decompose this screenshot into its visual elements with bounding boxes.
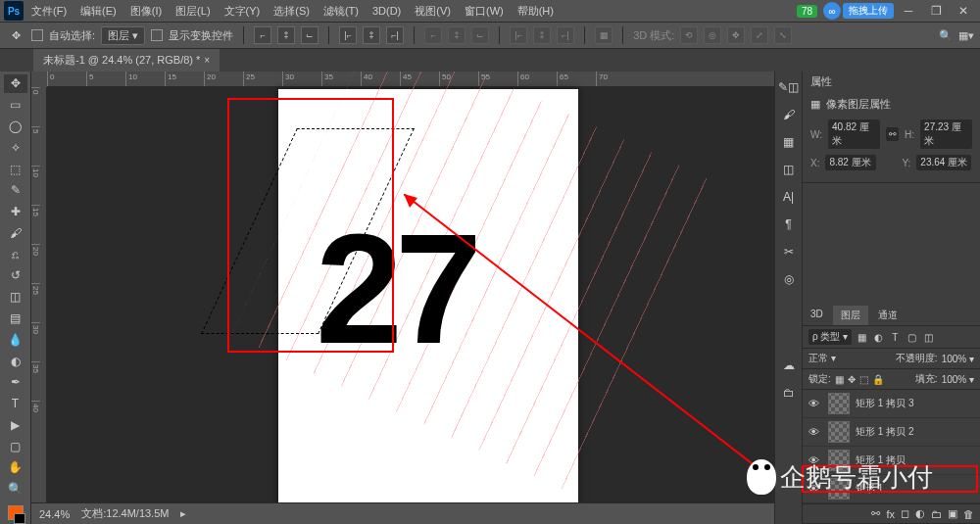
brushes-panel-icon[interactable]: 🖌 (779, 105, 799, 124)
menu-filter[interactable]: 滤镜(T) (318, 2, 365, 21)
dodge-tool[interactable]: ◐ (4, 352, 27, 370)
clone-stamp-tool[interactable]: ⎌ (4, 245, 27, 263)
share-icon[interactable]: ∞ (823, 2, 841, 20)
visibility-toggle-icon[interactable]: 👁 (808, 454, 822, 466)
notification-badge[interactable]: 78 (797, 5, 817, 18)
align-hcenter-button[interactable]: ‡ (363, 26, 380, 44)
lock-all-icon[interactable]: 🔒 (872, 374, 884, 385)
link-wh-icon[interactable]: ⚯ (886, 127, 899, 141)
zoom-tool[interactable]: 🔍 (4, 480, 27, 499)
menu-help[interactable]: 帮助(H) (512, 2, 560, 21)
zoom-level[interactable]: 24.4% (39, 508, 70, 520)
fill-value[interactable]: 100% ▾ (942, 374, 974, 385)
lock-pixels-icon[interactable]: ▦ (835, 374, 844, 385)
doc-info-arrow-icon[interactable]: ▸ (180, 507, 186, 520)
link-layers-icon[interactable]: ⚯ (871, 507, 880, 520)
move-tool[interactable]: ✥ (4, 74, 27, 93)
menu-text[interactable]: 文字(Y) (219, 2, 267, 21)
new-layer-icon[interactable]: ▣ (948, 507, 957, 520)
menu-window[interactable]: 窗口(W) (459, 2, 510, 21)
properties-tab[interactable]: 属性 (803, 71, 980, 91)
blur-tool[interactable]: 💧 (4, 330, 27, 349)
visibility-toggle-icon[interactable]: 👁 (808, 426, 822, 438)
align-vcenter-button[interactable]: ‡ (277, 26, 295, 44)
layer-thumbnail[interactable] (828, 393, 850, 414)
align-bottom-button[interactable]: ⌙ (301, 26, 318, 44)
rect-marquee-tool[interactable]: ▭ (4, 96, 27, 115)
cc-libraries-icon[interactable]: ☁ (779, 356, 799, 375)
align-left-button[interactable]: |⌐ (339, 26, 357, 44)
group-icon[interactable]: 🗀 (931, 508, 942, 520)
background-color[interactable] (14, 513, 25, 524)
tools-preset-icon[interactable]: ✂ (779, 242, 799, 262)
filter-smart-icon[interactable]: ◫ (921, 330, 935, 344)
layer-mask-icon[interactable]: ◻ (901, 507, 909, 520)
adjustment-layer-icon[interactable]: ◐ (915, 507, 925, 520)
libraries-icon[interactable]: 🗀 (779, 383, 799, 403)
minimize-button[interactable]: ─ (896, 0, 921, 22)
workspace-icon[interactable]: ▦▾ (958, 29, 974, 42)
layer-row[interactable]: 👁 矩形 1 拷贝 3 (803, 390, 980, 418)
styles-panel-icon[interactable]: ◫ (779, 160, 799, 179)
close-button[interactable]: ✕ (951, 0, 976, 22)
prop-w-value[interactable]: 40.82 厘米 (828, 119, 880, 149)
layer-thumbnail[interactable] (828, 478, 850, 500)
menu-image[interactable]: 图像(I) (124, 2, 168, 21)
brush-tool[interactable]: 🖌 (4, 223, 27, 242)
layer-thumbnail[interactable] (828, 421, 850, 443)
tab-channels[interactable]: 通道 (870, 306, 906, 325)
gradient-tool[interactable]: ▤ (4, 310, 27, 328)
align-top-button[interactable]: ⌐ (254, 26, 271, 44)
navigator-panel-icon[interactable]: ◎ (779, 269, 799, 289)
opacity-value[interactable]: 100% ▾ (942, 354, 974, 364)
filter-shape-icon[interactable]: ▢ (905, 330, 918, 344)
auto-select-checkbox[interactable] (31, 29, 43, 41)
tab-layers[interactable]: 图层 (833, 306, 868, 325)
filter-adjust-icon[interactable]: ◐ (871, 330, 885, 344)
path-select-tool[interactable]: ▶ (4, 416, 27, 435)
type-tool[interactable]: T (4, 395, 27, 413)
lock-position-icon[interactable]: ✥ (848, 374, 856, 385)
lock-artboard-icon[interactable]: ⬚ (859, 374, 868, 385)
filter-text-icon[interactable]: T (888, 330, 902, 344)
auto-select-dropdown[interactable]: 图层 ▾ (101, 26, 145, 45)
paragraph-panel-icon[interactable]: ¶ (779, 214, 799, 234)
filter-pixel-icon[interactable]: ▦ (855, 330, 868, 344)
filter-type-dropdown[interactable]: ρ 类型 ▾ (808, 329, 852, 345)
menu-view[interactable]: 视图(V) (409, 2, 457, 21)
layer-thumbnail[interactable] (828, 450, 850, 471)
history-panel-icon[interactable]: ✎◫ (779, 77, 799, 97)
layer-style-icon[interactable]: fx (886, 508, 895, 520)
ruler-horizontal[interactable]: 0510152025303540455055606570 (47, 71, 774, 87)
hand-tool[interactable]: ✋ (4, 458, 27, 477)
delete-layer-icon[interactable]: 🗑 (963, 508, 974, 520)
document-tab[interactable]: 未标题-1 @ 24.4% (27, RGB/8) * × (33, 49, 220, 71)
crop-tool[interactable]: ⬚ (4, 160, 27, 178)
prop-x-value[interactable]: 8.82 厘米 (825, 155, 876, 170)
healing-brush-tool[interactable]: ✚ (4, 203, 27, 221)
rectangle-tool[interactable]: ▢ (4, 437, 27, 455)
character-panel-icon[interactable]: A| (779, 187, 799, 207)
eraser-tool[interactable]: ◫ (4, 288, 27, 307)
restore-button[interactable]: ❐ (923, 0, 949, 22)
menu-select[interactable]: 选择(S) (268, 2, 316, 21)
upload-badge[interactable]: 拖拽上传 (843, 3, 894, 19)
blend-mode-dropdown[interactable]: 正常 ▾ (808, 352, 892, 365)
pen-tool[interactable]: ✒ (4, 373, 27, 392)
magic-wand-tool[interactable]: ✧ (4, 138, 27, 157)
search-icon[interactable]: 🔍 (939, 29, 953, 42)
menu-file[interactable]: 文件(F) (25, 2, 73, 21)
menu-layer[interactable]: 图层(L) (170, 2, 216, 21)
show-transform-checkbox[interactable] (151, 29, 163, 41)
layer-row[interactable]: 👁 矩形 1 拷贝 2 (803, 418, 980, 447)
tab-close-icon[interactable]: × (204, 55, 210, 66)
tab-3d[interactable]: 3D (803, 306, 831, 325)
menu-edit[interactable]: 编辑(E) (74, 2, 122, 21)
history-brush-tool[interactable]: ↺ (4, 266, 27, 285)
visibility-toggle-icon[interactable]: 👁 (808, 483, 822, 495)
menu-3d[interactable]: 3D(D) (367, 3, 407, 19)
align-right-button[interactable]: ⌐| (386, 26, 404, 44)
prop-y-value[interactable]: 23.64 厘米 (916, 155, 971, 170)
visibility-toggle-icon[interactable]: 👁 (808, 398, 822, 409)
prop-h-value[interactable]: 27.23 厘米 (920, 119, 972, 149)
